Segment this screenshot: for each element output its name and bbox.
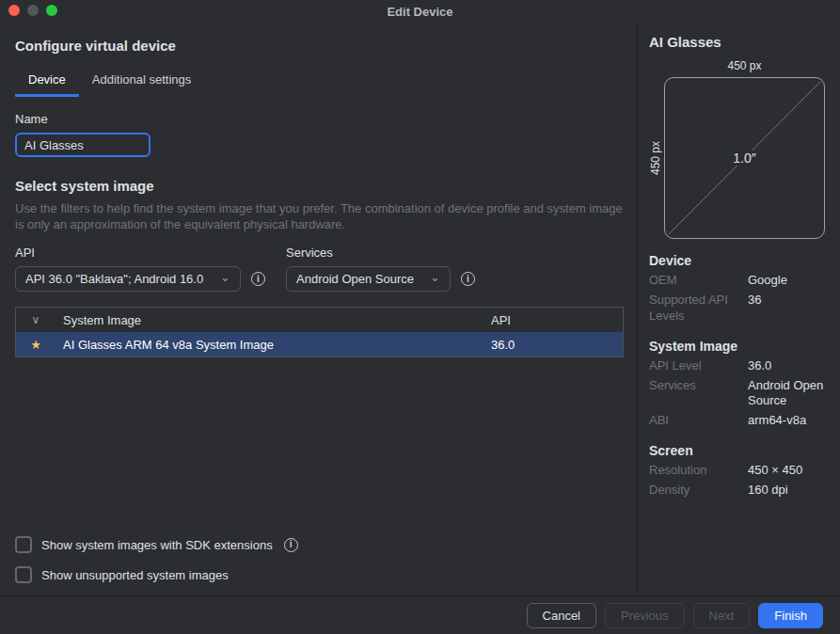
sdk-extensions-checkbox[interactable] [15, 536, 32, 553]
spec-section-screen: Screen [649, 443, 825, 458]
spec-rows-device: OEM Google Supported API Levels 36 [649, 273, 825, 325]
tab-additional-settings[interactable]: Additional settings [79, 69, 205, 97]
title-bar: Edit Device [0, 0, 840, 23]
spec-key: Services [649, 378, 744, 410]
page-title: Configure virtual device [15, 38, 624, 54]
select-system-image-heading: Select system image [15, 178, 624, 194]
sdk-extensions-option: Show system images with SDK extensions i [15, 535, 624, 554]
sdk-extensions-info-icon[interactable]: i [284, 538, 298, 552]
screen-height-label: 450 px [649, 77, 664, 239]
screen-outline: 1.0″ [664, 77, 825, 239]
filter-row: API API 36.0 "Baklava"; Android 16.0 ⌄ i… [15, 246, 624, 292]
api-filter-label: API [15, 246, 265, 260]
services-filter-group: Services Android Open Source ⌄ i [286, 246, 475, 292]
next-button[interactable]: Next [693, 603, 751, 628]
spec-section-device: Device [649, 253, 825, 268]
services-info-icon[interactable]: i [461, 272, 475, 286]
services-filter-label: Services [286, 246, 475, 260]
minimize-window-button[interactable] [27, 5, 39, 16]
device-summary-panel: AI Glasses 450 px 450 px 1.0″ Device OEM… [637, 23, 840, 595]
spec-rows-system-image: API Level 36.0 Services Android Open Sou… [649, 358, 825, 430]
star-icon[interactable]: ★ [16, 338, 55, 352]
finish-button[interactable]: Finish [758, 603, 823, 628]
name-label: Name [15, 112, 624, 126]
spec-value: Android Open Source [748, 378, 825, 410]
spec-key: API Level [649, 358, 744, 374]
spec-key: Density [649, 483, 744, 499]
column-header-api[interactable]: API [491, 313, 623, 327]
sort-chevron-icon[interactable]: ∨ [16, 313, 55, 326]
spec-value: 160 dpi [748, 483, 825, 499]
screen-diagram: 450 px 450 px 1.0″ [649, 59, 825, 239]
window-title: Edit Device [387, 5, 452, 19]
spec-key: Resolution [649, 463, 744, 479]
api-dropdown[interactable]: API 36.0 "Baklava"; Android 16.0 ⌄ [15, 266, 241, 292]
services-dropdown-value: Android Open Source [296, 272, 414, 286]
screen-diagonal-size-label: 1.0″ [728, 151, 760, 166]
api-info-icon[interactable]: i [251, 272, 265, 286]
api-filter-group: API API 36.0 "Baklava"; Android 16.0 ⌄ i [15, 246, 265, 292]
unsupported-images-label: Show unsupported system images [41, 568, 229, 582]
spec-value: 36 [748, 293, 825, 325]
spec-value: 450 × 450 [748, 463, 825, 479]
dialog-footer: Cancel Previous Next Finish [0, 595, 840, 634]
cancel-button[interactable]: Cancel [527, 603, 596, 628]
spec-section-system-image: System Image [649, 339, 825, 354]
unsupported-images-option: Show unsupported system images [15, 565, 624, 584]
close-window-button[interactable] [8, 5, 20, 16]
tab-device[interactable]: Device [15, 69, 79, 97]
checkbox-options: Show system images with SDK extensions i… [15, 524, 624, 595]
spec-key: OEM [649, 273, 744, 289]
services-dropdown[interactable]: Android Open Source ⌄ [286, 266, 451, 292]
sdk-extensions-label: Show system images with SDK extensions [41, 538, 273, 552]
chevron-down-icon: ⌄ [430, 271, 440, 283]
unsupported-images-checkbox[interactable] [15, 566, 32, 583]
column-header-system-image[interactable]: System Image [55, 313, 491, 327]
screen-width-label: 450 px [649, 59, 825, 72]
system-image-api: 36.0 [491, 338, 623, 352]
select-system-image-description: Use the filters to help find the system … [15, 200, 624, 232]
spec-rows-screen: Resolution 450 × 450 Density 160 dpi [649, 463, 825, 499]
spec-key: ABI [649, 413, 744, 429]
spec-value: arm64-v8a [748, 413, 825, 429]
chevron-down-icon: ⌄ [220, 271, 230, 283]
zoom-window-button[interactable] [46, 5, 57, 16]
window-controls [8, 5, 57, 16]
spec-value: 36.0 [748, 358, 825, 374]
spec-key: Supported API Levels [649, 293, 744, 325]
system-image-name: AI Glasses ARM 64 v8a System Image [55, 338, 491, 352]
device-name-input[interactable] [15, 133, 151, 157]
previous-button[interactable]: Previous [605, 603, 685, 628]
api-dropdown-value: API 36.0 "Baklava"; Android 16.0 [25, 272, 203, 286]
tab-bar: Device Additional settings [15, 69, 624, 97]
system-image-table: ∨ System Image API ★ AI Glasses ARM 64 v… [15, 307, 624, 357]
table-row[interactable]: ★ AI Glasses ARM 64 v8a System Image 36.… [16, 332, 623, 357]
table-header-row: ∨ System Image API [16, 308, 623, 332]
spec-value: Google [748, 273, 825, 289]
device-summary-title: AI Glasses [649, 34, 825, 50]
edit-device-dialog: Edit Device Configure virtual device Dev… [0, 0, 840, 634]
configure-panel: Configure virtual device Device Addition… [0, 23, 637, 595]
dialog-body: Configure virtual device Device Addition… [0, 23, 840, 595]
